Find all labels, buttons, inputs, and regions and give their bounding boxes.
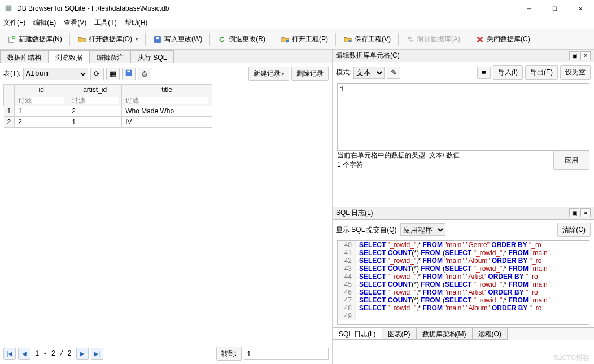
bottom-tab-chart[interactable]: 图表(P) [382, 328, 417, 340]
menu-file[interactable]: 文件(F) [3, 18, 25, 28]
refresh-icon: ⟳ [94, 69, 100, 78]
table-select[interactable]: Album [23, 68, 88, 80]
titlebar: DB Browser for SQLite - F:\test\database… [0, 0, 594, 17]
goto-button[interactable]: 转到: [216, 347, 242, 361]
tab-browse[interactable]: 浏览数据 [48, 50, 90, 63]
close-log-icon[interactable]: ✕ [580, 208, 591, 217]
bottom-tabs: SQL 日志(L) 图表(P) 数据库架构(M) 远程(O) [333, 327, 594, 340]
new-db-button[interactable]: 新建数据库(N) [3, 32, 66, 46]
col-title[interactable]: title [122, 85, 212, 95]
tab-sql[interactable]: 执行 SQL [130, 50, 174, 63]
cell-content[interactable]: 1 [337, 83, 589, 151]
col-id[interactable]: id [15, 85, 68, 95]
delete-record-button[interactable]: 删除记录 [291, 67, 329, 81]
menu-tools[interactable]: 工具(T) [94, 18, 116, 28]
close-db-button[interactable]: 关闭数据库(C) [471, 32, 534, 46]
table-row[interactable]: 221IV [4, 117, 212, 128]
bottom-tab-log[interactable]: SQL 日志(L) [333, 328, 382, 340]
format-button[interactable]: ✎ [387, 67, 400, 79]
open-db-button[interactable]: 打开数据库(O) [73, 32, 142, 46]
left-pane: 数据库结构 浏览数据 编辑杂注 执行 SQL 表(T): Album ⟳ ▦ ⎙… [0, 50, 332, 364]
sql-text-area[interactable]: 40SELECT "_rowid_",* FROM "main"."Genre"… [337, 240, 589, 325]
clear-log-button[interactable]: 清除(C) [557, 223, 591, 237]
new-db-icon [7, 35, 16, 44]
cell-editor-header: 编辑数据库单元格(C) ▣ ✕ [333, 50, 594, 62]
data-table-wrap[interactable]: id artist_id title 112Who Made Who221IV [0, 84, 332, 343]
format-icon: ✎ [391, 68, 397, 77]
nav-last[interactable]: ▶| [91, 348, 103, 360]
nav-first[interactable]: |◀ [3, 348, 16, 360]
project-save-icon [343, 35, 352, 44]
align-icon: ≡ [482, 68, 486, 77]
project-open-icon [281, 35, 290, 44]
revert-changes-button[interactable]: 倒退更改(R) [213, 32, 269, 46]
filter-id[interactable] [18, 97, 64, 104]
window-title: DB Browser for SQLite - F:\test\database… [17, 5, 517, 12]
close-window-button[interactable]: ✕ [567, 1, 593, 16]
cell-type-info: 当前在单元格中的数据的类型: 文本/ 数值 [337, 151, 553, 160]
save-icon [153, 35, 162, 44]
goto-input[interactable] [244, 348, 329, 360]
folder-open-icon [77, 35, 86, 44]
open-project-button[interactable]: 打开工程(P) [277, 32, 332, 46]
mode-select[interactable]: 文本 [353, 67, 385, 79]
main-tabs: 数据库结构 浏览数据 编辑杂注 执行 SQL [0, 50, 332, 63]
nav-bar: |◀ ◀ 1 - 2 / 2 ▶ ▶| 转到: [0, 343, 332, 364]
sql-source-select[interactable]: 应用程序 [400, 223, 446, 236]
export-button[interactable]: 导出(E) [525, 65, 558, 80]
nav-next[interactable]: ▶ [76, 348, 89, 360]
menu-help[interactable]: 帮助(H) [125, 18, 148, 28]
sql-log-header: SQL 日志(L) ▣ ✕ [333, 207, 594, 220]
right-pane: 编辑数据库单元格(C) ▣ ✕ 模式: 文本 ✎ ≡ 导入(I) 导出(E) 设… [332, 50, 594, 364]
filter-artist[interactable] [72, 97, 118, 104]
col-artist-id[interactable]: artist_id [68, 85, 122, 95]
rownum-header [4, 85, 15, 95]
import-button[interactable]: 导入(I) [493, 65, 523, 80]
print-icon: ⎙ [142, 69, 147, 78]
print-button[interactable]: ⎙ [138, 68, 151, 80]
svg-rect-8 [127, 71, 130, 73]
clear-filter-button[interactable]: ▦ [106, 68, 120, 80]
cell-editor: 模式: 文本 ✎ ≡ 导入(I) 导出(E) 设为空 1 当前在单元格中的数据的… [333, 62, 594, 207]
undock-log-icon[interactable]: ▣ [569, 208, 579, 217]
svg-rect-3 [156, 37, 159, 39]
align-button[interactable]: ≡ [477, 67, 491, 79]
menu-view[interactable]: 查看(V) [64, 18, 86, 28]
nav-prev[interactable]: ◀ [18, 348, 30, 360]
maximize-button[interactable]: ☐ [542, 1, 567, 16]
close-icon [475, 35, 484, 44]
refresh-button[interactable]: ⟳ [90, 68, 104, 80]
svg-point-4 [286, 40, 289, 42]
write-changes-button[interactable]: 写入更改(W) [149, 32, 206, 46]
filter-icon: ▦ [110, 69, 116, 78]
disk-icon [125, 69, 133, 78]
cell-size-info: 1 个字符 [337, 160, 553, 170]
bottom-tab-schema[interactable]: 数据库架构(M) [416, 328, 473, 340]
apply-button[interactable]: 应用 [553, 151, 589, 170]
table-label: 表(T): [3, 69, 21, 78]
undock-icon[interactable]: ▣ [569, 51, 579, 60]
app-icon [5, 4, 14, 13]
show-sql-label: 显示 SQL 提交自(Q) [336, 225, 397, 235]
minimize-button[interactable]: ─ [517, 1, 542, 16]
menubar: 文件(F) 编辑(E) 查看(V) 工具(T) 帮助(H) [0, 17, 594, 29]
svg-point-5 [408, 37, 412, 39]
sql-log: 显示 SQL 提交自(Q) 应用程序 清除(C) 40SELECT "_rowi… [333, 220, 594, 365]
table-row[interactable]: 112Who Made Who [4, 106, 212, 117]
filter-title[interactable] [125, 97, 208, 104]
tab-edit[interactable]: 编辑杂注 [89, 50, 131, 63]
tab-structure[interactable]: 数据库结构 [0, 50, 49, 63]
set-null-button[interactable]: 设为空 [560, 65, 591, 80]
panel-close-icon[interactable]: ✕ [580, 51, 591, 60]
save-project-button[interactable]: 保存工程(V) [339, 32, 395, 46]
menu-edit[interactable]: 编辑(E) [33, 18, 56, 28]
new-record-button[interactable]: 新建记录 [248, 67, 289, 81]
save-table-button[interactable] [122, 68, 136, 80]
revert-icon [217, 35, 226, 44]
bottom-tab-remote[interactable]: 远程(O) [472, 328, 508, 340]
attach-db-button[interactable]: 附加数据库(A) [402, 32, 464, 46]
toolbar: 新建数据库(N) 打开数据库(O) 写入更改(W) 倒退更改(R) 打开工程(P… [0, 29, 594, 50]
attach-icon [406, 35, 415, 44]
nav-status: 1 - 2 / 2 [35, 350, 72, 358]
svg-point-6 [409, 40, 413, 42]
